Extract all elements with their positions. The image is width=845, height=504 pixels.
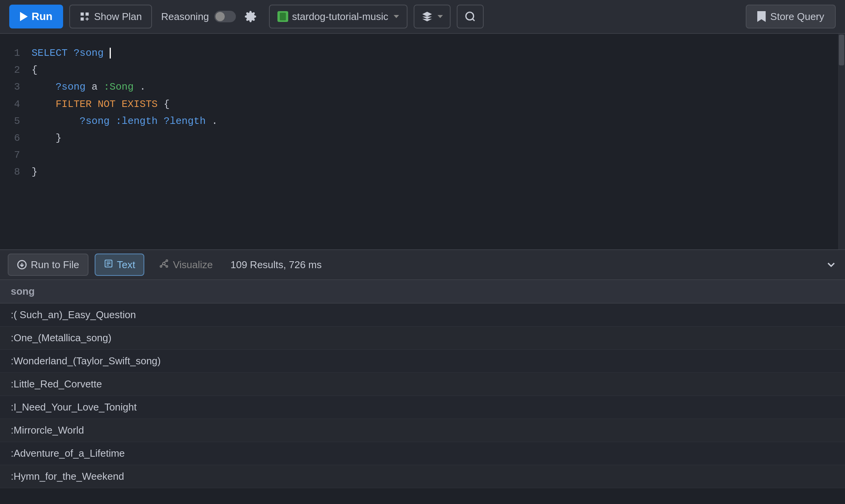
results-container: song :( Such_an)_Easy_Question:One_(Meta… (0, 280, 845, 504)
song-cell: :One_(Metallica_song) (0, 327, 845, 350)
code-editor-container: 1 2 3 4 5 6 7 8 SELECT ?song { ?song a :… (0, 34, 845, 249)
svg-point-14 (163, 262, 165, 265)
table-row: :Little_Red_Corvette (0, 373, 845, 396)
svg-line-20 (162, 264, 163, 265)
run-to-file-label: Run to File (31, 259, 79, 271)
show-plan-button[interactable]: Show Plan (69, 5, 152, 28)
svg-point-17 (166, 265, 168, 267)
svg-rect-1 (86, 13, 89, 16)
svg-line-18 (164, 261, 166, 262)
toggle-thumb (215, 12, 225, 21)
song-cell: :Little_Red_Corvette (0, 373, 845, 396)
song-cell: :Hymn_for_the_Weekend (0, 465, 845, 488)
results-toolbar: Run to File Text Visualize 109 Results, … (0, 249, 845, 280)
gear-button[interactable] (241, 7, 260, 26)
svg-point-6 (466, 12, 474, 20)
visualize-icon (159, 259, 169, 271)
download-icon (17, 260, 27, 270)
chevron-down-large-icon (825, 259, 837, 271)
store-query-button[interactable]: Store Query (746, 5, 836, 28)
table-row: :One_(Metallica_song) (0, 327, 845, 350)
run-to-file-button[interactable]: Run to File (8, 254, 89, 276)
run-button[interactable]: Run (9, 5, 63, 28)
svg-line-19 (164, 265, 166, 266)
search-button[interactable] (457, 5, 484, 28)
table-row: :Mirrorcle_World (0, 419, 845, 442)
results-area: song :( Such_an)_Easy_Question:One_(Meta… (0, 280, 845, 488)
song-cell: :Mirrorcle_World (0, 419, 845, 442)
table-row: :I_Need_Your_Love_Tonight (0, 396, 845, 419)
visualize-label: Visualize (173, 259, 213, 271)
search-icon (464, 11, 476, 22)
table-header-row: song (0, 280, 845, 303)
table-row: :Wonderland_(Taylor_Swift_song) (0, 350, 845, 373)
svg-rect-0 (81, 13, 84, 16)
layers-button[interactable] (414, 5, 451, 28)
results-count: 109 Results, 726 ms (230, 259, 322, 271)
table-row: :( Such_an)_Easy_Question (0, 303, 845, 327)
database-icon (277, 11, 288, 22)
results-table: song :( Such_an)_Easy_Question:One_(Meta… (0, 280, 845, 488)
show-plan-icon (79, 11, 90, 22)
song-cell: :Wonderland_(Taylor_Swift_song) (0, 350, 845, 373)
text-view-button[interactable]: Text (95, 254, 145, 276)
svg-line-7 (473, 19, 474, 21)
song-cell: :( Such_an)_Easy_Question (0, 303, 845, 327)
svg-rect-2 (81, 17, 84, 20)
scrollbar-thumb (839, 35, 844, 65)
play-icon (20, 12, 28, 21)
db-name-label: stardog-tutorial-music (292, 11, 388, 23)
visualize-button[interactable]: Visualize (150, 254, 221, 276)
reasoning-section: Reasoning (161, 7, 260, 26)
reasoning-toggle[interactable] (214, 11, 236, 22)
line-numbers: 1 2 3 4 5 6 7 8 (0, 34, 27, 249)
show-plan-label: Show Plan (94, 11, 142, 23)
bookmark-icon (757, 11, 766, 22)
song-column-header: song (0, 280, 845, 303)
editor-scrollbar[interactable] (838, 34, 845, 249)
code-content[interactable]: SELECT ?song { ?song a :Song . FILTER NO… (27, 34, 845, 249)
layers-icon (421, 11, 433, 22)
svg-point-16 (160, 265, 162, 267)
code-editor[interactable]: 1 2 3 4 5 6 7 8 SELECT ?song { ?song a :… (0, 34, 845, 249)
store-query-label: Store Query (770, 11, 824, 23)
text-icon (104, 259, 113, 271)
layers-chevron-icon (438, 15, 443, 18)
db-chevron-icon (394, 15, 399, 18)
database-selector[interactable]: stardog-tutorial-music (269, 5, 407, 28)
run-label: Run (32, 10, 52, 23)
song-cell: :Adventure_of_a_Lifetime (0, 442, 845, 465)
expand-results-button[interactable] (825, 259, 837, 271)
main-toolbar: Run Show Plan Reasoning stardog-tutorial… (0, 0, 845, 34)
table-row: :Hymn_for_the_Weekend (0, 465, 845, 488)
svg-marker-5 (422, 12, 432, 17)
reasoning-label: Reasoning (161, 11, 209, 23)
svg-point-15 (166, 260, 168, 261)
text-label: Text (117, 259, 135, 271)
table-row: :Adventure_of_a_Lifetime (0, 442, 845, 465)
song-cell: :I_Need_Your_Love_Tonight (0, 396, 845, 419)
